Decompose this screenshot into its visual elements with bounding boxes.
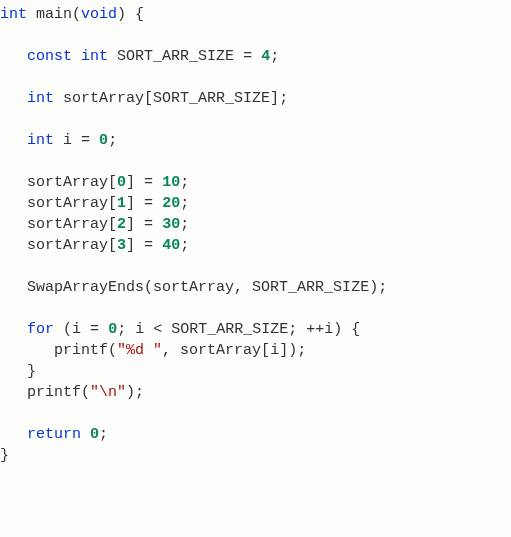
identifier: i (135, 321, 144, 338)
identifier: i (324, 321, 333, 338)
number-literal: 3 (117, 237, 126, 254)
keyword-for: for (27, 321, 54, 338)
identifier: sortArray (63, 90, 144, 107)
identifier: i (270, 342, 279, 359)
number-literal: 4 (261, 48, 270, 65)
code-line: printf("\n"); (0, 384, 144, 401)
code-line: printf("%d ", sortArray[i]); (0, 342, 306, 359)
string-literal: "\n" (90, 384, 126, 401)
code-line: sortArray[3] = 40; (0, 237, 189, 254)
keyword-return: return (27, 426, 81, 443)
code-line: } (0, 447, 9, 464)
code-line: sortArray[2] = 30; (0, 216, 189, 233)
identifier: SORT_ARR_SIZE (252, 279, 369, 296)
identifier: sortArray (27, 237, 108, 254)
number-literal: 0 (99, 132, 108, 149)
keyword-int: int (81, 48, 108, 65)
code-line: for (i = 0; i < SORT_ARR_SIZE; ++i) { (0, 321, 360, 338)
number-literal: 10 (162, 174, 180, 191)
identifier: sortArray (27, 195, 108, 212)
number-literal: 20 (162, 195, 180, 212)
number-literal: 1 (117, 195, 126, 212)
code-line: } (0, 363, 36, 380)
code-line: sortArray[1] = 20; (0, 195, 189, 212)
keyword-int: int (27, 90, 54, 107)
code-line: int main(void) { (0, 6, 144, 23)
identifier: SORT_ARR_SIZE (171, 321, 288, 338)
code-line: int i = 0; (0, 132, 117, 149)
number-literal: 0 (108, 321, 117, 338)
string-literal: "%d " (117, 342, 162, 359)
keyword-const: const (27, 48, 72, 65)
keyword-int: int (0, 6, 27, 23)
identifier: SORT_ARR_SIZE (153, 90, 270, 107)
identifier: sortArray (27, 216, 108, 233)
keyword-void: void (81, 6, 117, 23)
identifier: i (63, 132, 72, 149)
identifier: sortArray (180, 342, 261, 359)
number-literal: 30 (162, 216, 180, 233)
identifier: i (72, 321, 81, 338)
keyword-int: int (27, 132, 54, 149)
code-line: const int SORT_ARR_SIZE = 4; (0, 48, 279, 65)
code-line: return 0; (0, 426, 108, 443)
identifier: sortArray (27, 174, 108, 191)
code-line: int sortArray[SORT_ARR_SIZE]; (0, 90, 288, 107)
code-line: sortArray[0] = 10; (0, 174, 189, 191)
number-literal: 0 (117, 174, 126, 191)
fn-main: main (36, 6, 72, 23)
identifier: SORT_ARR_SIZE (117, 48, 234, 65)
number-literal: 2 (117, 216, 126, 233)
number-literal: 0 (90, 426, 99, 443)
fn-call: SwapArrayEnds (27, 279, 144, 296)
fn-call: printf (27, 384, 81, 401)
number-literal: 40 (162, 237, 180, 254)
code-line: SwapArrayEnds(sortArray, SORT_ARR_SIZE); (0, 279, 387, 296)
code-block: int main(void) { const int SORT_ARR_SIZE… (0, 4, 511, 466)
fn-call: printf (54, 342, 108, 359)
identifier: sortArray (153, 279, 234, 296)
